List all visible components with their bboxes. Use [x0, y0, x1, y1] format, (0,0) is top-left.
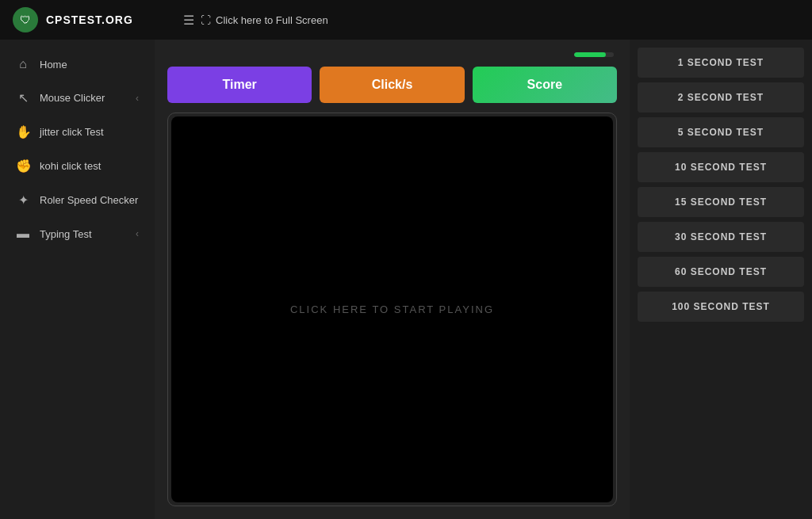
- sidebar-item-label: Roler Speed Checker: [40, 194, 138, 206]
- sidebar-item-kohi-click[interactable]: ✊ kohi click test: [0, 149, 155, 183]
- jitter-icon: ✋: [16, 124, 30, 139]
- click-area-wrapper[interactable]: CLICK HERE TO START PLAYING: [167, 113, 617, 506]
- test-btn-5s[interactable]: 5 SECOND TEST: [638, 117, 804, 147]
- logo-text: CPSTEST.ORG: [46, 13, 133, 26]
- timer-button[interactable]: Timer: [167, 67, 312, 103]
- sidebar-item-label: Typing Test: [40, 228, 92, 240]
- logo-area: 🛡 CPSTEST.ORG: [13, 7, 167, 32]
- test-btn-100s[interactable]: 100 SECOND TEST: [638, 292, 804, 322]
- logo-icon: 🛡: [13, 7, 38, 32]
- sidebar-item-label: Mouse Clicker: [40, 92, 105, 104]
- kohi-icon: ✊: [16, 158, 30, 174]
- sidebar-item-label: Home: [40, 59, 67, 71]
- roller-icon: ✦: [16, 193, 30, 208]
- click-area[interactable]: CLICK HERE TO START PLAYING: [171, 116, 613, 502]
- sidebar-item-mouse-clicker[interactable]: ↖ Mouse Clicker ‹: [0, 81, 155, 115]
- mouse-clicker-icon: ↖: [16, 90, 30, 105]
- sidebar-item-label: jitter click Test: [40, 126, 104, 138]
- test-btn-30s[interactable]: 30 SECOND TEST: [638, 222, 804, 252]
- header-actions: ☰ ⛶ Click here to Full Screen: [167, 13, 328, 28]
- fullscreen-button[interactable]: ⛶ Click here to Full Screen: [201, 14, 328, 26]
- home-icon: ⌂: [16, 57, 30, 71]
- progress-bar-track: [574, 52, 614, 57]
- progress-bar-fill: [574, 52, 606, 57]
- test-btn-15s[interactable]: 15 SECOND TEST: [638, 187, 804, 217]
- sidebar-item-label: kohi click test: [40, 160, 101, 172]
- main-layout: ⌂ Home ↖ Mouse Clicker ‹ ✋ jitter click …: [0, 40, 812, 519]
- test-btn-10s[interactable]: 10 SECOND TEST: [638, 152, 804, 182]
- fullscreen-label: Click here to Full Screen: [216, 14, 328, 26]
- chevron-right-icon: ‹: [136, 93, 139, 104]
- chevron-right-icon: ‹: [136, 228, 139, 239]
- sidebar-item-roller-speed[interactable]: ✦ Roler Speed Checker: [0, 183, 155, 217]
- sidebar-item-home[interactable]: ⌂ Home: [0, 48, 155, 81]
- sidebar-item-jitter-click[interactable]: ✋ jitter click Test: [0, 115, 155, 149]
- stats-row: Timer Click/s Score: [167, 67, 617, 103]
- top-bar: 🛡 CPSTEST.ORG ☰ ⛶ Click here to Full Scr…: [0, 0, 812, 40]
- fullscreen-icon: ⛶: [201, 14, 211, 26]
- progress-bar-container: [167, 52, 617, 57]
- test-btn-60s[interactable]: 60 SECOND TEST: [638, 257, 804, 287]
- sidebar: ⌂ Home ↖ Mouse Clicker ‹ ✋ jitter click …: [0, 40, 155, 519]
- score-button[interactable]: Score: [473, 67, 617, 103]
- test-btn-1s[interactable]: 1 SECOND TEST: [638, 48, 804, 78]
- clicks-button[interactable]: Click/s: [320, 67, 464, 103]
- hamburger-icon[interactable]: ☰: [183, 13, 194, 28]
- content-area: Timer Click/s Score CLICK HERE TO START …: [155, 40, 630, 519]
- sidebar-item-typing-test[interactable]: ▬ Typing Test ‹: [0, 217, 155, 250]
- click-area-prompt: CLICK HERE TO START PLAYING: [290, 303, 494, 315]
- typing-icon: ▬: [16, 227, 30, 241]
- test-btn-2s[interactable]: 2 SECOND TEST: [638, 82, 804, 113]
- right-panel: 1 SECOND TEST2 SECOND TEST5 SECOND TEST1…: [630, 40, 812, 519]
